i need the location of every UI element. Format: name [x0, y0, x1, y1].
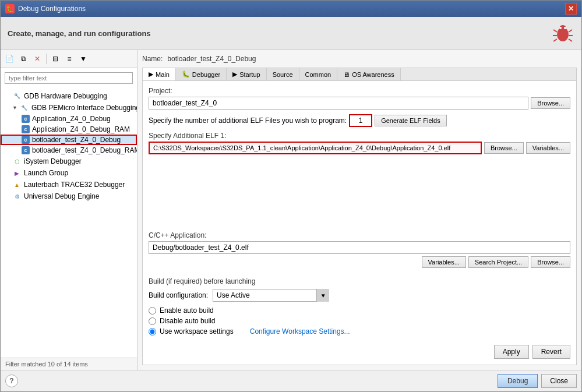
window-header: Create, manage, and run configurations: [1, 17, 581, 50]
help-button[interactable]: ?: [5, 375, 18, 387]
tab-bar: ▶ Main 🐛 Debugger ▶ Startup Source Commo…: [142, 68, 577, 80]
radio-disable-auto-row: Disable auto build: [149, 317, 570, 325]
radio-workspace[interactable]: [149, 328, 156, 336]
build-title: Build (if required) before launching: [149, 277, 570, 285]
cpp-browse-button[interactable]: Browse...: [531, 256, 570, 268]
tree-item-ude[interactable]: ⚙ Universal Debug Engine: [1, 190, 137, 202]
delete-config-button[interactable]: ✕: [31, 52, 44, 65]
footer-left: ?: [5, 375, 18, 387]
apply-button[interactable]: Apply: [494, 345, 529, 359]
tab-main[interactable]: ▶ Main: [143, 68, 176, 81]
left-footer: Filter matched 10 of 14 items: [1, 358, 137, 370]
elf-1-browse-button[interactable]: Browse...: [484, 142, 524, 154]
tab-startup-icon: ▶: [232, 70, 237, 78]
filter-status: Filter matched 10 of 14 items: [5, 361, 88, 368]
debug-button[interactable]: Debug: [498, 374, 538, 388]
tree-label-botloader-debug: botloader_test_Z4_0_Debug: [32, 136, 121, 144]
cpp-search-project-button[interactable]: Search Project...: [468, 256, 528, 268]
cpp-variables-button[interactable]: Variables...: [422, 256, 466, 268]
svg-point-8: [559, 27, 562, 29]
tree-item-launch-group[interactable]: ▶ Launch Group: [1, 167, 137, 179]
header-title: Create, manage, and run configurations: [8, 29, 151, 38]
elf-1-path-input[interactable]: [149, 142, 482, 154]
project-browse-button[interactable]: Browse...: [531, 97, 570, 109]
spacer: [149, 159, 570, 222]
tab-main-icon: ▶: [149, 70, 153, 78]
c-icon-2: c: [22, 125, 30, 133]
tree-item-app-z4-debug-ram[interactable]: c Application_Z4_0_Debug_RAM: [1, 124, 137, 135]
tab-startup[interactable]: ▶ Startup: [227, 68, 266, 80]
bug-logo: [551, 22, 574, 45]
window-close-button[interactable]: ✕: [565, 3, 577, 15]
build-config-row: Build configuration: Use Active Select A…: [149, 289, 570, 302]
build-config-select-wrapper: Use Active Select Automatically Disable …: [213, 289, 329, 302]
build-config-select[interactable]: Use Active Select Automatically Disable …: [213, 289, 329, 302]
close-button[interactable]: Close: [541, 374, 577, 388]
collapse-all-button[interactable]: ⊟: [49, 52, 62, 65]
configure-workspace-link[interactable]: Configure Workspace Settings...: [250, 327, 350, 336]
tree-item-app-z4-debug[interactable]: c Application_Z4_0_Debug: [1, 114, 137, 124]
c-icon-3: c: [22, 136, 30, 144]
new-config-button[interactable]: 📄: [3, 52, 16, 65]
elf-1-path-row: Browse... Variables...: [149, 142, 570, 154]
project-section: Project: Browse...: [149, 87, 570, 110]
cpp-section: C/C++ Application: Variables... Search P…: [149, 231, 570, 268]
c-icon-4: c: [22, 146, 30, 154]
filter-area: [1, 68, 137, 88]
name-row: Name: botloader_test_Z4_0_Debug: [142, 55, 577, 63]
elf-count-input[interactable]: [349, 114, 372, 127]
elf-1-variables-button[interactable]: Variables...: [526, 142, 570, 154]
tree-label-gdb-hardware: GDB Hardware Debugging: [24, 92, 107, 100]
project-input-row: Browse...: [149, 97, 570, 110]
svg-line-2: [553, 30, 557, 32]
cpp-btn-row: Variables... Search Project... Browse...: [149, 256, 570, 268]
radio-workspace-row: Use workspace settings Configure Workspa…: [149, 327, 570, 336]
cpp-input[interactable]: [149, 241, 570, 254]
tab-main-label: Main: [156, 71, 170, 78]
tree-item-isystem[interactable]: ⬡ iSystem Debugger: [1, 156, 137, 167]
tree-item-gdb-pemicro[interactable]: ▼ 🔧 GDB PEMicro Interface Debugging: [1, 102, 137, 114]
project-label: Project:: [149, 87, 570, 95]
tab-source[interactable]: Source: [267, 68, 299, 80]
tree-item-gdb-hardware[interactable]: 🔧 GDB Hardware Debugging: [1, 90, 137, 102]
svg-point-9: [564, 27, 566, 29]
left-toolbar: 📄 ⧉ ✕ ⊟ ≡ ▼: [1, 50, 137, 68]
tab-common[interactable]: Common: [299, 68, 338, 80]
lauterbach-icon: ▲: [12, 180, 22, 189]
right-panel: Name: botloader_test_Z4_0_Debug ▶ Main 🐛…: [137, 50, 581, 370]
radio-enable-auto-label: Enable auto build: [160, 306, 214, 315]
tree-label-gdb-pemicro: GDB PEMicro Interface Debugging: [31, 104, 137, 112]
project-input[interactable]: [149, 97, 528, 110]
elf-1-label: Specify Additional ELF 1:: [149, 132, 570, 140]
build-config-label: Build configuration:: [149, 291, 208, 299]
tree-label-launch-group: Launch Group: [24, 169, 68, 177]
main-content: 📄 ⧉ ✕ ⊟ ≡ ▼ 🔧 GDB Hardware Debugging: [1, 50, 581, 370]
filter-dropdown-button[interactable]: ▼: [77, 52, 90, 65]
revert-button[interactable]: Revert: [532, 345, 570, 359]
elf-count-label: Specify the number of additional ELF Fil…: [149, 116, 347, 125]
radio-group: Enable auto build Disable auto build Use…: [149, 306, 570, 336]
tree-label-ude: Universal Debug Engine: [24, 192, 99, 200]
duplicate-config-button[interactable]: ⧉: [17, 52, 30, 65]
generate-elf-button[interactable]: Generate ELF Fields: [375, 115, 447, 126]
tab-os-icon: 🖥: [343, 71, 350, 78]
radio-enable-auto[interactable]: [149, 307, 156, 315]
filter-input[interactable]: [5, 72, 133, 84]
tab-source-label: Source: [273, 71, 293, 78]
tab-debugger[interactable]: 🐛 Debugger: [176, 68, 227, 80]
toolbar-separator: [46, 54, 47, 64]
svg-line-5: [569, 30, 572, 32]
tree-item-botloader-debug-ram[interactable]: c botloader_test_Z4_0_Debug_RAM: [1, 145, 137, 156]
cpp-label: C/C++ Application:: [149, 231, 570, 239]
radio-enable-auto-row: Enable auto build: [149, 306, 570, 315]
tree-label-isystem: iSystem Debugger: [24, 157, 82, 165]
expand-icon-pemicro: ▼: [12, 105, 17, 111]
launch-icon: ▶: [12, 168, 22, 178]
tree-item-lauterbach[interactable]: ▲ Lauterbach TRACE32 Debugger: [1, 179, 137, 190]
tree-item-botloader-debug[interactable]: c botloader_test_Z4_0_Debug: [1, 135, 137, 145]
tab-os-awareness[interactable]: 🖥 OS Awareness: [337, 68, 401, 80]
footer-right: Debug Close: [498, 374, 577, 388]
config-tree: 🔧 GDB Hardware Debugging ▼ 🔧 GDB PEMicro…: [1, 88, 137, 358]
radio-disable-auto[interactable]: [149, 317, 156, 325]
filter-button[interactable]: ≡: [63, 52, 76, 65]
